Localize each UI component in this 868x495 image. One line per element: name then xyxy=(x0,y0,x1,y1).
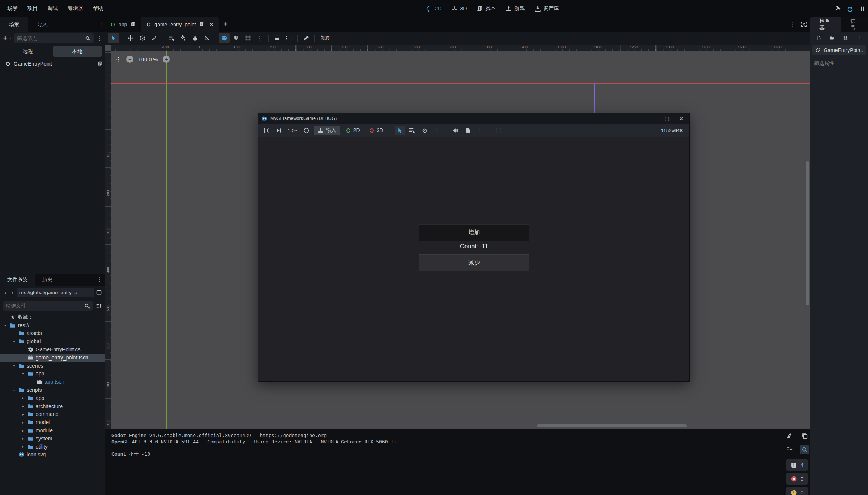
filter-files-input[interactable] xyxy=(6,303,82,309)
view-menu-button[interactable]: 视图 xyxy=(318,35,334,42)
menu-item-1[interactable]: 项目 xyxy=(24,3,42,14)
ruler-corner[interactable] xyxy=(105,45,111,51)
close-icon[interactable]: ✕ xyxy=(679,116,683,121)
zoom-out-button[interactable]: − xyxy=(126,56,133,63)
scene-dock-options-icon[interactable]: ⋮ xyxy=(97,36,102,41)
tree-collapse-icon[interactable]: ▾ xyxy=(21,372,25,376)
reset-speed-icon[interactable] xyxy=(301,126,311,135)
output-log[interactable]: Godot Engine v4.6.stable.mono.official.8… xyxy=(111,433,781,457)
vertical-ruler[interactable]: 100200300400500600700800900 xyxy=(105,51,111,429)
file-tree-item[interactable]: icon.svg xyxy=(0,451,105,459)
workspace-游戏[interactable]: 游戏 xyxy=(505,5,525,12)
workspace-2d[interactable]: 2D xyxy=(426,6,442,12)
menu-item-4[interactable]: 帮助 xyxy=(89,3,107,14)
zoom-level[interactable]: 100.0 % xyxy=(138,56,158,62)
sort-files-icon[interactable] xyxy=(96,303,102,309)
file-tree-item[interactable]: ▸model xyxy=(0,418,105,426)
next-frame-icon[interactable] xyxy=(274,126,284,135)
tree-expand-icon[interactable]: ▸ xyxy=(21,420,25,424)
tab-scene-dock[interactable]: 场景 xyxy=(0,17,28,32)
attached-script-icon[interactable] xyxy=(97,61,103,66)
tree-expand-icon[interactable]: ▸ xyxy=(21,396,25,400)
game-select-mode-icon[interactable] xyxy=(395,126,405,135)
smart-snap-icon[interactable] xyxy=(219,33,230,43)
fullscreen-icon[interactable] xyxy=(493,126,503,135)
game-list-select-icon[interactable] xyxy=(407,126,417,135)
minimize-icon[interactable]: – xyxy=(652,116,655,121)
input-mode-button[interactable]: 输入 xyxy=(314,126,340,135)
restart-icon[interactable] xyxy=(847,6,853,12)
warning-badge-button[interactable]: 0 xyxy=(786,487,808,495)
zoom-in-button[interactable]: + xyxy=(163,56,170,63)
ruler-tool-icon[interactable] xyxy=(202,33,213,43)
tab-history[interactable]: 历史 xyxy=(35,274,60,286)
tree-collapse-icon[interactable]: ▾ xyxy=(12,364,16,368)
file-tree-item[interactable]: game_entry_point.tscn xyxy=(0,354,105,362)
pivot-tool-icon[interactable] xyxy=(178,33,189,43)
pause-icon[interactable] xyxy=(859,6,866,12)
tab-inspector[interactable]: 检查器 xyxy=(810,17,841,32)
tab-import-dock[interactable]: 导入 xyxy=(28,17,56,32)
load-resource-icon[interactable] xyxy=(830,35,835,41)
new-scene-tab-button[interactable]: + xyxy=(219,17,232,32)
filter-nodes-input[interactable] xyxy=(17,36,83,41)
scene-tab-app[interactable]: app xyxy=(105,17,141,32)
file-tree-item[interactable]: ▸command xyxy=(0,410,105,419)
scene-tree-root-node[interactable]: GameEntryPoint xyxy=(0,59,105,68)
nav-forward-icon[interactable]: › xyxy=(10,289,15,297)
camera-override-icon[interactable]: ⊙ xyxy=(420,126,430,135)
filter-files-searchbox[interactable] xyxy=(3,301,93,311)
filter-nodes-searchbox[interactable] xyxy=(14,33,94,43)
workspace-资产库[interactable]: 资产库 xyxy=(534,5,559,12)
path-input[interactable] xyxy=(19,290,92,295)
file-tree-item[interactable]: ▾global xyxy=(0,337,105,345)
decrease-button[interactable]: 减少 xyxy=(419,254,529,271)
file-tree-item[interactable]: ▸utility xyxy=(0,443,105,451)
tree-collapse-icon[interactable]: ▾ xyxy=(3,323,7,327)
mode-3d-button[interactable]: 3D xyxy=(366,126,387,134)
path-field[interactable] xyxy=(17,288,94,297)
group-icon[interactable] xyxy=(284,33,294,43)
remote-button[interactable]: 远程 xyxy=(3,46,53,57)
file-tree-item[interactable]: ▾res:// xyxy=(0,321,105,329)
file-tree-item[interactable]: app.tscn xyxy=(0,378,105,386)
file-tree-item[interactable]: ▾scripts xyxy=(0,386,105,394)
file-tree-item[interactable]: ▾scenes xyxy=(0,362,105,370)
mode-2d-button[interactable]: 2D xyxy=(342,126,363,134)
workspace-3d[interactable]: 3D xyxy=(451,6,467,12)
increase-button[interactable]: 增加 xyxy=(419,224,529,241)
scene-tabs-menu-icon[interactable]: ⋮ xyxy=(790,22,796,27)
search-output-icon[interactable] xyxy=(800,445,809,454)
horizontal-ruler[interactable]: -100010020030040050060070080090010001100… xyxy=(111,45,810,51)
tree-expand-icon[interactable]: ▸ xyxy=(21,412,25,416)
file-tree-item[interactable]: GameEntryPoint.cs xyxy=(0,345,105,354)
scene-tab-game-entry-point[interactable]: game_entry_point ✕ xyxy=(141,17,219,32)
tree-collapse-icon[interactable]: ▾ xyxy=(12,339,16,343)
vertical-scrollbar[interactable] xyxy=(806,161,809,305)
tab-signals[interactable]: 信号 xyxy=(841,17,868,32)
script-icon[interactable] xyxy=(199,22,204,27)
file-tree-item[interactable]: assets xyxy=(0,329,105,338)
list-select-tool-icon[interactable] xyxy=(166,33,177,43)
split-view-icon[interactable] xyxy=(96,289,102,296)
file-tree-item[interactable]: ▸system xyxy=(0,434,105,443)
file-tree-item[interactable]: ▸app xyxy=(0,394,105,402)
collapse-messages-icon[interactable] xyxy=(785,445,794,454)
add-node-button[interactable]: + xyxy=(3,35,7,42)
message-badge-button[interactable]: 4 xyxy=(786,459,808,471)
pan-tool-icon[interactable] xyxy=(190,33,201,43)
tree-collapse-icon[interactable]: ▾ xyxy=(12,388,16,392)
error-badge-button[interactable]: 0 xyxy=(786,473,808,485)
tab-filesystem[interactable]: 文件系统 xyxy=(0,274,35,286)
select-tool-icon[interactable] xyxy=(108,33,119,43)
file-tree-item[interactable]: ▸architecture xyxy=(0,402,105,410)
lock-icon[interactable] xyxy=(272,33,282,43)
expand-viewport-icon[interactable] xyxy=(801,21,807,27)
close-tab-icon[interactable]: ✕ xyxy=(209,21,214,28)
menu-item-2[interactable]: 调试 xyxy=(44,3,62,14)
scene-dock-menu-icon[interactable]: ⋮ xyxy=(98,21,104,26)
inspected-node-row[interactable]: GameEntryPoint. xyxy=(812,45,866,55)
tree-expand-icon[interactable]: ▸ xyxy=(21,444,25,449)
menu-item-0[interactable]: 场景 xyxy=(4,3,22,14)
instance-scene-link-icon[interactable] xyxy=(10,35,11,42)
